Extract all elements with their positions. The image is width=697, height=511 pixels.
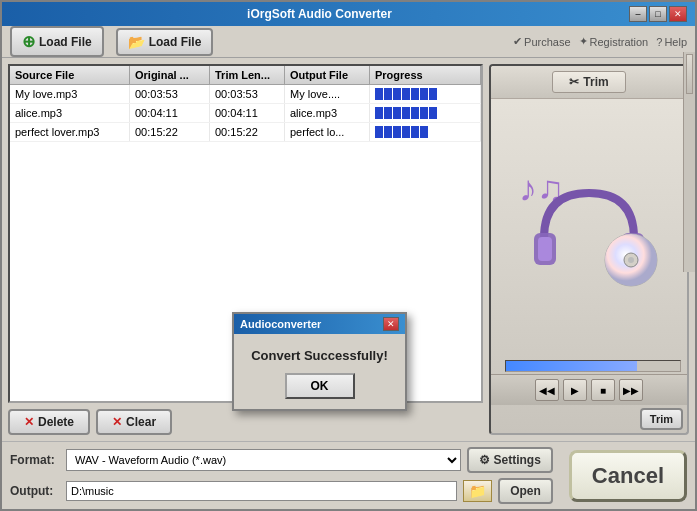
col-trim: Trim Len... — [210, 66, 285, 84]
help-link[interactable]: ? Help — [656, 35, 687, 48]
rewind-button[interactable]: ◀◀ — [535, 379, 559, 401]
cell-original: 00:15:22 — [130, 123, 210, 141]
table-row[interactable]: alice.mp3 00:04:11 00:04:11 alice.mp3 — [10, 104, 481, 123]
trim-btn-area: ✂ Trim — [491, 66, 687, 99]
output-path-input[interactable] — [66, 481, 457, 501]
cell-trim: 00:03:53 — [210, 85, 285, 103]
table-header: Source File Original ... Trim Len... Out… — [10, 66, 481, 85]
modal-message: Convert Successfully! — [251, 348, 388, 363]
format-label: Format: — [10, 453, 60, 467]
delete-button[interactable]: ✕ Delete — [8, 409, 90, 435]
cell-output: perfect lo... — [285, 123, 370, 141]
output-row: Output: 📁 Open — [10, 478, 553, 504]
format-row: Format: WAV - Waveform Audio (*.wav) ⚙ S… — [10, 447, 553, 473]
purchase-link[interactable]: ✔ Purchase — [513, 35, 570, 48]
cell-original: 00:03:53 — [130, 85, 210, 103]
bottom-left: Format: WAV - Waveform Audio (*.wav) ⚙ S… — [10, 447, 553, 504]
window-controls: – □ ✕ — [629, 6, 687, 22]
trim-button[interactable]: ✂ Trim — [552, 71, 625, 93]
cell-trim: 00:15:22 — [210, 123, 285, 141]
table-row[interactable]: My love.mp3 00:03:53 00:03:53 My love...… — [10, 85, 481, 104]
modal-dialog: Audioconverter ✕ Convert Successfully! O… — [232, 312, 407, 411]
open-button[interactable]: Open — [498, 478, 553, 504]
modal-body: Convert Successfully! OK — [234, 334, 405, 409]
bottom-trim-area: Trim — [491, 405, 687, 433]
play-button[interactable]: ▶ — [563, 379, 587, 401]
menu-bar: ⊕ Load File 📂 Load File ✔ Purchase ✦ Reg… — [2, 26, 695, 58]
purchase-icon: ✔ — [513, 35, 522, 48]
cell-output: My love.... — [285, 85, 370, 103]
gear-icon: ⚙ — [479, 453, 490, 467]
cd-icon-svg — [604, 233, 659, 288]
modal-title-bar: Audioconverter ✕ — [234, 314, 405, 334]
title-bar: iOrgSoft Audio Converter – □ ✕ — [2, 2, 695, 26]
col-progress: Progress — [370, 66, 481, 84]
cancel-button[interactable]: Cancel — [569, 450, 687, 502]
plus-icon: ⊕ — [22, 32, 35, 51]
window-title: iOrgSoft Audio Converter — [10, 7, 629, 21]
cell-source: My love.mp3 — [10, 85, 130, 103]
svg-point-7 — [628, 257, 634, 263]
progress-bar-fill — [506, 361, 637, 371]
modal-ok-button[interactable]: OK — [285, 373, 355, 399]
clear-icon: ✕ — [112, 415, 122, 429]
modal-title: Audioconverter — [240, 318, 321, 330]
close-button[interactable]: ✕ — [669, 6, 687, 22]
forward-button[interactable]: ▶▶ — [619, 379, 643, 401]
minimize-button[interactable]: – — [629, 6, 647, 22]
settings-button[interactable]: ⚙ Settings — [467, 447, 553, 473]
cell-original: 00:04:11 — [130, 104, 210, 122]
progress-bar-container — [501, 360, 677, 372]
col-original: Original ... — [130, 66, 210, 84]
trim-bottom-button[interactable]: Trim — [640, 408, 683, 430]
format-select[interactable]: WAV - Waveform Audio (*.wav) — [66, 449, 461, 471]
open-folder-icon[interactable]: 📁 — [463, 480, 492, 502]
load-file-2-button[interactable]: 📂 Load File — [116, 28, 214, 56]
output-label: Output: — [10, 484, 60, 498]
folder-icon: 📂 — [128, 34, 145, 50]
cell-source: alice.mp3 — [10, 104, 130, 122]
cell-trim: 00:04:11 — [210, 104, 285, 122]
registration-link[interactable]: ✦ Registration — [579, 35, 649, 48]
col-source: Source File — [10, 66, 130, 84]
scissors-icon: ✂ — [569, 75, 579, 89]
modal-close-button[interactable]: ✕ — [383, 317, 399, 331]
preview-area: ✂ Trim ♪♫ — [489, 64, 689, 435]
bottom-panel: Format: WAV - Waveform Audio (*.wav) ⚙ S… — [2, 441, 695, 509]
col-output: Output File — [285, 66, 370, 84]
load-file-1-button[interactable]: ⊕ Load File — [10, 26, 104, 57]
cell-progress — [370, 123, 481, 141]
scroll-track — [683, 64, 689, 272]
music-image: ♪♫ — [511, 99, 667, 356]
table-row[interactable]: perfect lover.mp3 00:15:22 00:15:22 perf… — [10, 123, 481, 142]
playback-controls: ◀◀ ▶ ■ ▶▶ — [491, 374, 687, 405]
music-visual: ♪♫ — [519, 168, 659, 288]
help-icon: ? — [656, 36, 662, 48]
maximize-button[interactable]: □ — [649, 6, 667, 22]
scroll-thumb[interactable] — [686, 64, 689, 94]
clear-button[interactable]: ✕ Clear — [96, 409, 172, 435]
cell-progress — [370, 104, 481, 122]
delete-icon: ✕ — [24, 415, 34, 429]
top-links: ✔ Purchase ✦ Registration ? Help — [513, 35, 687, 48]
registration-icon: ✦ — [579, 35, 588, 48]
stop-button[interactable]: ■ — [591, 379, 615, 401]
progress-bar — [505, 360, 681, 372]
cell-output: alice.mp3 — [285, 104, 370, 122]
svg-rect-1 — [538, 237, 552, 261]
cell-progress — [370, 85, 481, 103]
right-panel: ✂ Trim ♪♫ — [489, 64, 689, 435]
cell-source: perfect lover.mp3 — [10, 123, 130, 141]
